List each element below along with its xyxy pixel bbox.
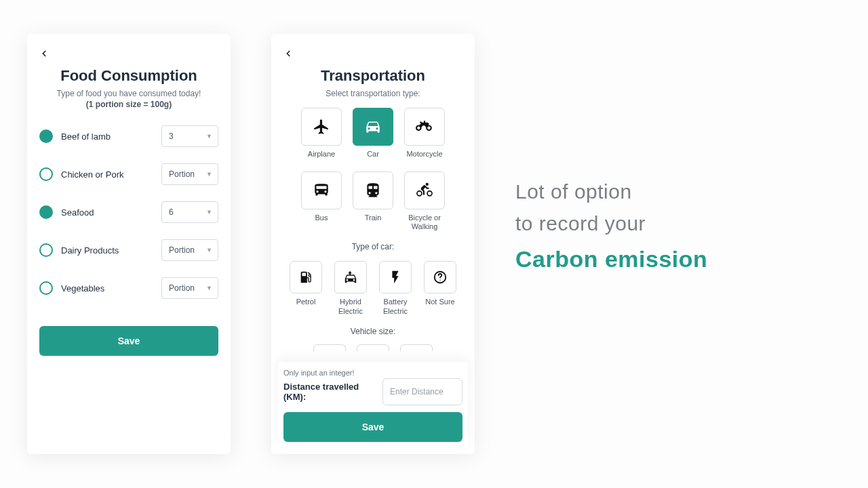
transport-tile-train[interactable] bbox=[353, 171, 393, 209]
distance-hint: Only input an integer! bbox=[283, 369, 462, 377]
tile-label: Car bbox=[367, 150, 379, 167]
save-button[interactable]: Save bbox=[39, 326, 218, 356]
tile-label: Petrol bbox=[296, 298, 316, 315]
food-radio-beef[interactable] bbox=[39, 129, 53, 143]
chevron-left-icon bbox=[283, 49, 293, 58]
svg-point-1 bbox=[439, 280, 440, 281]
food-label: Beef of lamb bbox=[61, 131, 111, 142]
food-consumption-screen: Food Consumption Type of food you have c… bbox=[27, 34, 231, 454]
petrol-icon bbox=[298, 270, 313, 285]
portion-value: 6 bbox=[169, 207, 174, 217]
page-title: Transportation bbox=[283, 67, 462, 85]
food-label: Chicken or Pork bbox=[61, 169, 123, 180]
page-title: Food Consumption bbox=[39, 67, 218, 85]
distance-panel: Only input an integer! Distance travelle… bbox=[278, 362, 468, 447]
food-radio-vegetables[interactable] bbox=[39, 281, 53, 295]
size-tile-partial[interactable] bbox=[313, 344, 346, 351]
vehicle-size-row bbox=[283, 344, 462, 351]
car-tile-petrol[interactable] bbox=[290, 261, 322, 293]
food-radio-chicken[interactable] bbox=[39, 167, 53, 181]
chevron-down-icon: ▼ bbox=[206, 285, 212, 291]
car-tile-hybrid[interactable] bbox=[334, 261, 367, 293]
car-type-grid: Petrol Hybrid Electric Battery Electric bbox=[283, 261, 462, 315]
food-label: Dairy Products bbox=[61, 245, 119, 256]
transportation-screen: Transportation Select transportation typ… bbox=[271, 34, 475, 454]
food-list: Beef of lamb 3 ▼ Chicken or Pork Portion bbox=[39, 125, 218, 299]
chevron-down-icon: ▼ bbox=[206, 133, 212, 140]
food-label: Seafood bbox=[61, 207, 94, 218]
portion-select-seafood[interactable]: 6 ▼ bbox=[161, 201, 218, 223]
save-button[interactable]: Save bbox=[283, 412, 462, 442]
size-tile-partial[interactable] bbox=[400, 344, 433, 351]
portion-value: Portion bbox=[169, 283, 195, 293]
transport-type-grid: Airplane Car Motorcycle bbox=[283, 108, 462, 167]
airplane-icon bbox=[313, 118, 330, 136]
bus-icon bbox=[313, 182, 330, 199]
chevron-down-icon: ▼ bbox=[206, 209, 212, 216]
chevron-down-icon: ▼ bbox=[206, 171, 212, 178]
tile-label: Hybrid Electric bbox=[334, 298, 367, 315]
chevron-left-icon bbox=[39, 49, 49, 58]
car-type-label: Type of car: bbox=[283, 242, 462, 251]
portion-select-dairy[interactable]: Portion ▼ bbox=[161, 239, 218, 261]
tile-label: Not Sure bbox=[425, 298, 454, 315]
transport-tile-car[interactable] bbox=[353, 108, 393, 146]
transport-type-grid-2: Bus Train Bicycle or Walking bbox=[283, 171, 462, 231]
food-item-seafood: Seafood 6 ▼ bbox=[39, 201, 218, 223]
car-tile-notsure[interactable] bbox=[424, 261, 456, 293]
portion-select-beef[interactable]: 3 ▼ bbox=[161, 125, 218, 147]
page-subtitle: Type of food you have consumed today! bbox=[39, 89, 218, 98]
motorcycle-icon bbox=[416, 118, 433, 136]
distance-input[interactable] bbox=[382, 378, 462, 405]
food-item-vegetables: Vegetables Portion ▼ bbox=[39, 277, 218, 299]
food-item-beef: Beef of lamb 3 ▼ bbox=[39, 125, 218, 147]
hybrid-icon bbox=[343, 270, 358, 285]
tile-label: Train bbox=[365, 214, 382, 231]
back-button[interactable] bbox=[283, 46, 297, 62]
food-radio-dairy[interactable] bbox=[39, 243, 53, 257]
portion-note: (1 portion size = 100g) bbox=[39, 100, 218, 109]
food-radio-seafood[interactable] bbox=[39, 205, 53, 219]
page-subtitle: Select transportation type: bbox=[283, 89, 462, 98]
tile-label: Airplane bbox=[308, 150, 335, 167]
bicycle-icon bbox=[416, 182, 433, 199]
car-icon bbox=[364, 118, 382, 136]
tile-label: Motorcycle bbox=[406, 150, 442, 167]
portion-value: Portion bbox=[169, 245, 195, 255]
distance-label: Distance travelled (KM): bbox=[283, 382, 376, 402]
question-icon bbox=[433, 270, 448, 285]
food-label: Vegetables bbox=[61, 283, 104, 293]
promo-accent: Carbon emission bbox=[515, 246, 732, 272]
transport-tile-bicycle[interactable] bbox=[404, 171, 445, 209]
portion-value: 3 bbox=[169, 131, 174, 141]
food-item-chicken: Chicken or Pork Portion ▼ bbox=[39, 163, 218, 185]
food-item-dairy: Dairy Products Portion ▼ bbox=[39, 239, 218, 261]
tile-label: Bicycle or Walking bbox=[404, 214, 445, 231]
portion-select-chicken[interactable]: Portion ▼ bbox=[161, 163, 218, 185]
transport-tile-motorcycle[interactable] bbox=[404, 108, 445, 146]
promo-line-1: Lot of option bbox=[515, 176, 732, 208]
promo-block: Lot of option to record your Carbon emis… bbox=[515, 176, 732, 272]
tile-label: Battery Electric bbox=[379, 298, 412, 315]
transport-tile-bus[interactable] bbox=[301, 171, 342, 209]
vehicle-size-label: Vehicle size: bbox=[283, 327, 462, 336]
car-tile-battery[interactable] bbox=[379, 261, 412, 293]
transport-tile-airplane[interactable] bbox=[301, 108, 342, 146]
train-icon bbox=[364, 182, 382, 199]
portion-select-vegetables[interactable]: Portion ▼ bbox=[161, 277, 218, 299]
portion-value: Portion bbox=[169, 169, 195, 179]
size-tile-partial[interactable] bbox=[357, 344, 389, 351]
tile-label: Bus bbox=[315, 214, 328, 231]
chevron-down-icon: ▼ bbox=[206, 247, 212, 253]
bolt-icon bbox=[388, 270, 403, 285]
promo-line-2: to record your bbox=[515, 208, 732, 240]
back-button[interactable] bbox=[39, 46, 53, 62]
